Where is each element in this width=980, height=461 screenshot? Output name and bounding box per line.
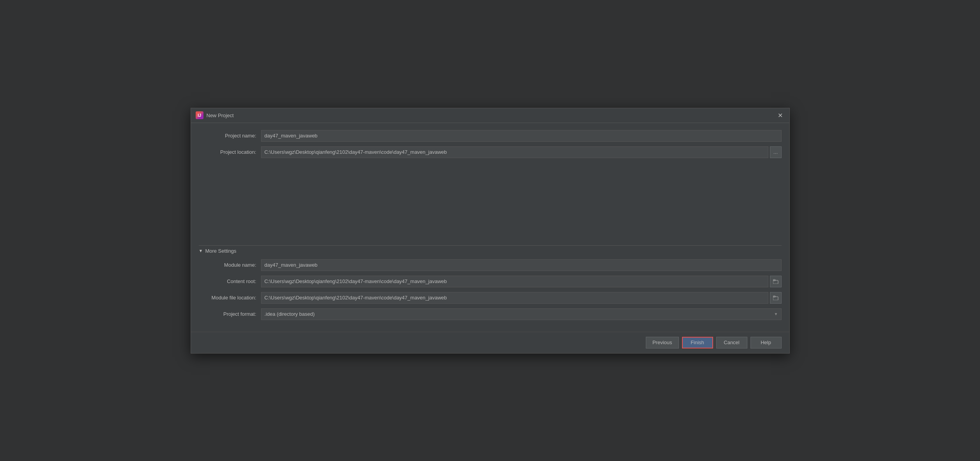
project-location-input[interactable] (261, 146, 768, 158)
content-root-browse-button[interactable] (770, 276, 782, 287)
content-root-row: Content root: (199, 276, 782, 287)
app-icon: IJ (196, 111, 203, 119)
module-name-row: Module name: (199, 259, 782, 271)
project-location-row: Project location: … (199, 146, 782, 158)
chevron-down-icon: ▼ (199, 248, 203, 253)
project-location-browse-button[interactable]: … (770, 146, 782, 158)
cancel-button[interactable]: Cancel (716, 337, 747, 348)
dialog-body: Project name: Project location: … ▼ More… (191, 123, 789, 332)
module-file-location-browse-button[interactable] (770, 292, 782, 304)
dropdown-arrow-icon: ▼ (774, 312, 778, 316)
project-name-row: Project name: (199, 130, 782, 142)
project-format-dropdown[interactable]: .idea (directory based) ▼ (261, 308, 782, 320)
project-name-input-wrapper (261, 130, 782, 142)
help-button[interactable]: Help (750, 337, 782, 348)
dialog-footer: Previous Finish Cancel Help (191, 332, 789, 353)
content-root-label: Content root: (199, 278, 261, 284)
project-name-input[interactable] (261, 130, 782, 142)
module-file-location-label: Module file location: (199, 295, 261, 301)
new-project-dialog: IJ New Project ✕ Project name: Project l… (191, 108, 790, 354)
more-settings-header[interactable]: ▼ More Settings (199, 245, 782, 256)
icon-label: IJ (198, 113, 201, 118)
project-format-label: Project format: (199, 311, 261, 317)
dialog-title: New Project (207, 113, 234, 118)
project-format-input-wrapper: .idea (directory based) ▼ (261, 308, 782, 320)
more-settings-label: More Settings (205, 248, 236, 254)
close-button[interactable]: ✕ (776, 111, 785, 120)
content-root-input[interactable] (261, 276, 768, 287)
project-location-label: Project location: (199, 149, 261, 155)
module-file-location-row: Module file location: (199, 292, 782, 304)
module-file-location-input-wrapper (261, 292, 782, 304)
module-name-label: Module name: (199, 262, 261, 268)
more-settings-content: Module name: Content root: (199, 259, 782, 320)
project-location-input-wrapper: … (261, 146, 782, 158)
module-name-input-wrapper (261, 259, 782, 271)
project-name-label: Project name: (199, 133, 261, 139)
project-format-row: Project format: .idea (directory based) … (199, 308, 782, 320)
module-name-input[interactable] (261, 259, 782, 271)
project-format-value: .idea (directory based) (265, 311, 315, 317)
finish-button[interactable]: Finish (682, 337, 713, 348)
content-spacer (199, 163, 782, 241)
content-root-input-wrapper (261, 276, 782, 287)
dialog-titlebar: IJ New Project ✕ (191, 108, 789, 123)
titlebar-left: IJ New Project (196, 111, 234, 119)
module-file-location-input[interactable] (261, 292, 768, 304)
previous-button[interactable]: Previous (646, 337, 679, 348)
more-settings-section: ▼ More Settings Module name: Content r (199, 245, 782, 320)
